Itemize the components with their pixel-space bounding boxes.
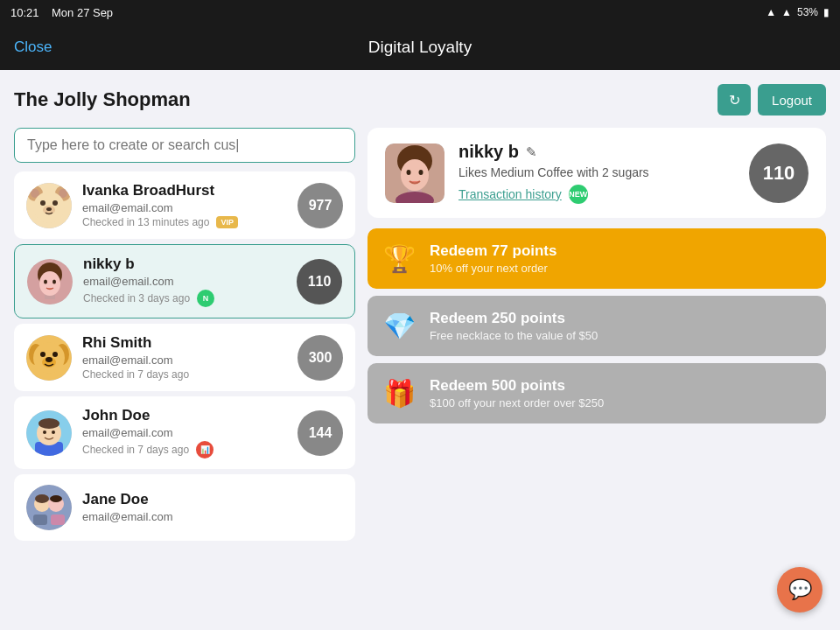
customer-email: email@email.com [82, 426, 287, 439]
main-content: The Jolly Shopman ↻ Logout [0, 70, 840, 630]
svg-point-13 [39, 271, 60, 296]
customer-checkin: Checked in 13 minutes ago VIP [82, 216, 287, 228]
svg-point-7 [52, 200, 58, 206]
customer-name: nikky b [83, 256, 286, 273]
status-time-date: 10:21 Mon 27 Sep [10, 6, 113, 19]
reward-text: Redeem 500 points $100 off your next ord… [430, 377, 604, 410]
points-circle: 144 [298, 410, 343, 456]
svg-point-32 [35, 494, 49, 503]
transaction-history-link[interactable]: Transaction history [458, 187, 562, 201]
status-indicators: ▲ ▲ 53% ▮ [766, 6, 830, 18]
customer-email: email@email.com [82, 510, 343, 523]
shop-name: The Jolly Shopman [14, 88, 191, 111]
avatar [26, 485, 72, 530]
battery-icon: ▮ [823, 6, 830, 18]
status-date: Mon 27 Sep [52, 6, 113, 19]
profile-name: nikky b [458, 142, 519, 162]
profile-name-row: nikky b ✎ [458, 142, 735, 162]
customer-email: email@email.com [82, 201, 287, 214]
man-avatar-svg [26, 410, 72, 456]
reward-subtitle: 10% off your next order [430, 262, 557, 275]
customer-list: Ivanka BroadHurst email@email.com Checke… [14, 172, 355, 544]
customer-name: Ivanka BroadHurst [82, 182, 287, 200]
svg-point-23 [46, 357, 52, 362]
reward-text: Redeem 77 points 10% off your next order [430, 242, 557, 275]
svg-point-15 [52, 279, 56, 284]
customer-name: Jane Doe [82, 491, 343, 508]
svg-point-28 [43, 430, 46, 434]
top-bar: The Jolly Shopman ↻ Logout [14, 84, 826, 116]
customer-item[interactable]: John Doe email@email.com Checked in 7 da… [14, 396, 355, 469]
status-bar: 10:21 Mon 27 Sep ▲ ▲ 53% ▮ [0, 0, 840, 24]
avatar [26, 410, 72, 456]
reward-item[interactable]: 💎 Redeem 250 points Free necklace to the… [368, 296, 826, 356]
chat-icon: 💬 [788, 578, 812, 601]
customer-item[interactable]: Ivanka BroadHurst email@email.com Checke… [14, 172, 355, 239]
points-circle: 300 [298, 335, 343, 381]
profile-likes: Likes Medium Coffee with 2 sugars [458, 165, 735, 179]
reward-title: Redeem 250 points [430, 310, 598, 327]
content-area: Ivanka BroadHurst email@email.com Checke… [14, 128, 826, 616]
refresh-button[interactable]: ↻ [718, 84, 751, 116]
profile-details: nikky b ✎ Likes Medium Coffee with 2 sug… [458, 142, 735, 204]
svg-point-27 [38, 418, 60, 429]
top-buttons: ↻ Logout [718, 84, 826, 116]
customer-checkin: Checked in 7 days ago 📊 [82, 441, 287, 458]
close-button[interactable]: Close [14, 38, 52, 56]
woman-avatar-svg [27, 259, 73, 304]
status-time: 10:21 [10, 6, 39, 19]
customer-name: Rhi Smith [82, 334, 287, 352]
avatar [26, 335, 72, 381]
svg-point-40 [401, 159, 429, 191]
gift-icon: 🎁 [383, 378, 416, 409]
points-circle: 110 [297, 259, 342, 304]
reward-title: Redeem 77 points [430, 242, 557, 260]
customer-email: email@email.com [83, 275, 286, 288]
app-title: Digital Loyalty [368, 38, 472, 57]
reward-subtitle: Free necklace to the value of $50 [430, 329, 598, 342]
customer-item[interactable]: nikky b email@email.com Checked in 3 day… [14, 244, 355, 318]
trophy-icon: 🏆 [383, 243, 416, 274]
customer-info: Ivanka BroadHurst email@email.com Checke… [82, 182, 287, 228]
customer-info: John Doe email@email.com Checked in 7 da… [82, 407, 287, 458]
avatar [27, 259, 73, 304]
dog-avatar-svg [26, 335, 72, 381]
diamond-icon: 💎 [383, 311, 416, 341]
edit-icon[interactable]: ✎ [526, 144, 537, 160]
new-badge: NEW [569, 185, 588, 204]
customer-info: Jane Doe email@email.com [82, 491, 343, 525]
svg-rect-35 [33, 514, 47, 525]
svg-point-41 [407, 170, 411, 175]
svg-point-29 [52, 430, 55, 434]
customer-checkin: Checked in 7 days ago [82, 368, 287, 381]
logout-button[interactable]: Logout [758, 84, 826, 116]
avatar [26, 183, 72, 228]
profile-avatar-svg [385, 144, 444, 203]
battery-level: 53% [797, 6, 818, 18]
reward-title: Redeem 500 points [430, 377, 604, 395]
svg-point-14 [44, 279, 47, 284]
bear-avatar-svg [26, 183, 72, 228]
customer-info: Rhi Smith email@email.com Checked in 7 d… [82, 334, 287, 381]
svg-point-42 [419, 170, 424, 175]
customer-item[interactable]: Jane Doe email@email.com [14, 474, 355, 541]
customer-item[interactable]: Rhi Smith email@email.com Checked in 7 d… [14, 324, 355, 391]
reward-item[interactable]: 🏆 Redeem 77 points 10% off your next ord… [368, 228, 826, 289]
chat-bubble-button[interactable]: 💬 [777, 567, 822, 612]
right-panel: nikky b ✎ Likes Medium Coffee with 2 sug… [368, 128, 826, 616]
svg-point-21 [52, 352, 58, 357]
customer-name: John Doe [82, 407, 287, 424]
reward-list: 🏆 Redeem 77 points 10% off your next ord… [368, 228, 826, 424]
reward-subtitle: $100 off your next order over $250 [430, 396, 604, 410]
svg-rect-36 [51, 514, 65, 525]
profile-card: nikky b ✎ Likes Medium Coffee with 2 sug… [368, 128, 826, 218]
search-input[interactable] [14, 128, 355, 163]
left-panel: Ivanka BroadHurst email@email.com Checke… [14, 128, 355, 616]
svg-point-9 [46, 207, 52, 211]
profile-points: 110 [749, 144, 808, 203]
vip-badge: VIP [216, 216, 238, 228]
svg-point-6 [40, 200, 46, 206]
wifi-icon: ▲ [766, 6, 776, 18]
reward-item[interactable]: 🎁 Redeem 500 points $100 off your next o… [368, 363, 826, 424]
points-circle: 977 [298, 183, 343, 228]
